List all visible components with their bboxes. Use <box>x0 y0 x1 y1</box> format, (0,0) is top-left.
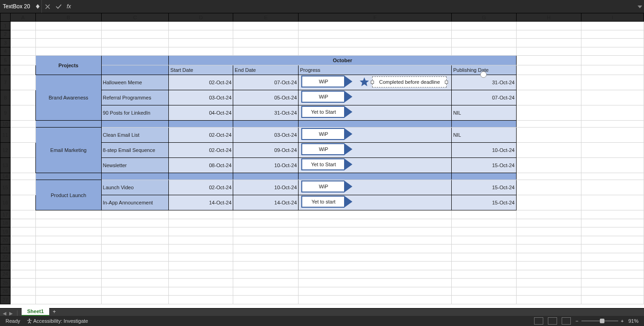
cell[interactable] <box>516 236 581 244</box>
progress-shape[interactable]: WiP <box>301 76 352 87</box>
cell[interactable]: 09-Oct-24 <box>233 143 299 158</box>
cell[interactable]: WiPCompleted before deadline <box>299 75 452 90</box>
cell[interactable] <box>101 227 169 236</box>
cell[interactable] <box>101 65 169 75</box>
cell[interactable] <box>10 47 35 56</box>
row-header[interactable]: 25 <box>0 279 11 287</box>
prev-sheet-icon[interactable]: ◀ <box>3 311 6 316</box>
cell[interactable]: 14-Oct-24 <box>169 195 233 210</box>
cell[interactable] <box>10 173 35 180</box>
cell[interactable] <box>452 253 517 262</box>
cell[interactable] <box>516 227 581 236</box>
cell[interactable] <box>10 65 35 75</box>
cell[interactable] <box>516 219 581 227</box>
cell[interactable] <box>299 210 452 219</box>
cell[interactable] <box>452 236 517 244</box>
zoom-slider[interactable]: − + <box>575 318 624 324</box>
cell[interactable] <box>516 262 581 270</box>
name-box-stepper-icon[interactable] <box>36 4 40 9</box>
col-header[interactable]: I <box>581 13 644 22</box>
cell[interactable] <box>10 262 35 270</box>
cell[interactable] <box>581 173 644 180</box>
cell[interactable] <box>169 30 233 39</box>
cell[interactable] <box>581 262 644 270</box>
cell[interactable] <box>581 244 644 253</box>
cell[interactable] <box>516 30 581 39</box>
accessibility-status[interactable]: Accessibility: Investigate <box>27 318 88 324</box>
row-header[interactable]: 1 <box>0 22 11 30</box>
cell[interactable] <box>299 22 452 30</box>
cell[interactable] <box>581 227 644 236</box>
cell[interactable]: 15-Oct-24 <box>452 180 517 195</box>
cell[interactable] <box>10 279 35 287</box>
cell[interactable]: 02-Oct-24 <box>169 128 233 143</box>
row-header[interactable]: 14 <box>0 173 11 180</box>
cell[interactable] <box>233 227 299 236</box>
cell[interactable] <box>169 270 233 279</box>
cell[interactable] <box>452 279 517 287</box>
cell[interactable] <box>101 39 169 47</box>
cell[interactable] <box>516 173 581 180</box>
cell[interactable]: Launch Video <box>101 180 169 195</box>
cell[interactable] <box>233 39 299 47</box>
cell[interactable]: 90 Posts for LinkedIn <box>101 105 169 121</box>
cell[interactable] <box>581 56 644 65</box>
row-header[interactable]: 7 <box>0 75 11 90</box>
cell[interactable] <box>516 180 581 195</box>
row-header[interactable]: 27 <box>0 296 11 304</box>
cell[interactable] <box>581 121 644 128</box>
cell[interactable] <box>299 236 452 244</box>
cell[interactable] <box>233 22 299 30</box>
cell[interactable]: 8-step Email Sequence <box>101 143 169 158</box>
cell[interactable] <box>516 253 581 262</box>
cell[interactable] <box>36 30 101 39</box>
cell[interactable] <box>581 236 644 244</box>
row-header[interactable]: 26 <box>0 287 11 296</box>
cell[interactable] <box>516 39 581 47</box>
page-layout-view-icon[interactable] <box>548 317 557 325</box>
cell[interactable]: WiP <box>299 128 452 143</box>
cell[interactable] <box>36 279 101 287</box>
cell[interactable] <box>10 287 35 296</box>
row-header[interactable]: 19 <box>0 227 11 236</box>
row-header[interactable]: 10 <box>0 121 11 128</box>
row-header[interactable]: 17 <box>0 210 11 219</box>
cell[interactable] <box>516 158 581 173</box>
cell[interactable] <box>36 262 101 270</box>
cell[interactable]: 02-Oct-24 <box>169 180 233 195</box>
cell[interactable] <box>581 105 644 121</box>
cell[interactable]: WiP <box>299 180 452 195</box>
cell[interactable]: 05-Oct-24 <box>233 90 299 105</box>
cell[interactable] <box>169 236 233 244</box>
cell[interactable] <box>581 128 644 143</box>
cell[interactable] <box>516 121 581 128</box>
cell[interactable] <box>233 262 299 270</box>
cell[interactable] <box>516 143 581 158</box>
cell[interactable] <box>581 47 644 56</box>
cell[interactable] <box>516 296 581 304</box>
spreadsheet-grid[interactable]: ABCDEFGHI12345ProjectsOctober6Start Date… <box>0 13 644 309</box>
cell[interactable] <box>36 287 101 296</box>
cell[interactable] <box>169 296 233 304</box>
cell[interactable] <box>516 210 581 219</box>
cell[interactable] <box>581 195 644 210</box>
cell[interactable] <box>36 270 101 279</box>
cell[interactable]: 08-Oct-24 <box>169 158 233 173</box>
cell[interactable]: Halloween Meme <box>101 75 169 90</box>
cell[interactable] <box>10 75 35 90</box>
row-header[interactable]: 20 <box>0 236 11 244</box>
cell[interactable] <box>10 30 35 39</box>
zoom-level[interactable]: 91% <box>628 318 638 324</box>
cell[interactable] <box>233 47 299 56</box>
col-header[interactable]: H <box>516 13 581 22</box>
cell[interactable] <box>581 210 644 219</box>
cell[interactable]: NIL <box>452 105 517 121</box>
cell[interactable] <box>452 47 517 56</box>
formula-input[interactable] <box>74 0 636 13</box>
cell[interactable] <box>516 128 581 143</box>
cell[interactable]: 10-Oct-24 <box>233 180 299 195</box>
row-header[interactable]: 11 <box>0 128 11 143</box>
row-header[interactable]: 16 <box>0 195 11 210</box>
cell[interactable]: 10-Oct-24 <box>233 158 299 173</box>
row-header[interactable]: 15 <box>0 180 11 195</box>
